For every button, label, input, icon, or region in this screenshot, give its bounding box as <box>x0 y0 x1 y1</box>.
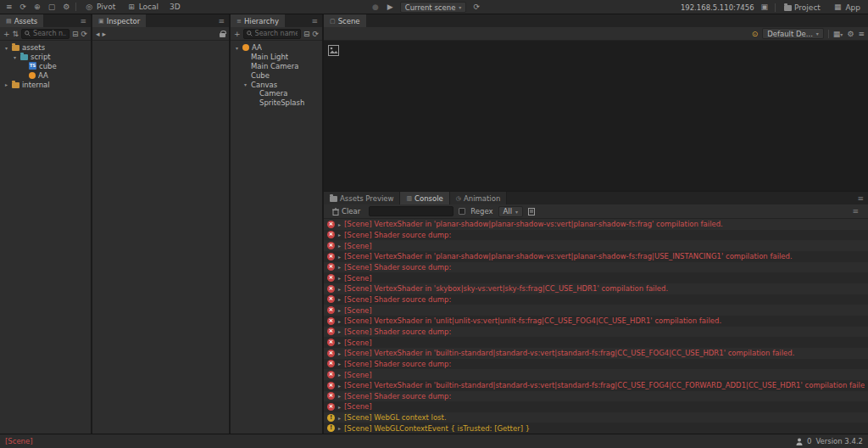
console-row-error[interactable]: ×▸[Scene] <box>324 369 868 380</box>
assets-search-input[interactable] <box>33 30 66 37</box>
console-row-warning[interactable]: !▸[Scene] WebGLContextEvent { isTrusted:… <box>324 423 868 434</box>
tab-animation[interactable]: ◷ Animation <box>450 192 507 204</box>
tab-assets[interactable]: ▤ Assets <box>0 14 43 27</box>
console-row-error[interactable]: ×▸[Scene] Shader source dump: <box>324 230 868 241</box>
sort-icon[interactable]: ⇅ <box>13 30 19 38</box>
grid-options-icon[interactable]: ▦▾ <box>833 30 843 38</box>
console-row-error[interactable]: ×▸[Scene] Shader source dump: <box>324 391 868 402</box>
expand-row-icon[interactable]: ▸ <box>338 318 341 324</box>
scene-settings-icon[interactable]: ⚙ <box>847 30 854 38</box>
asset-item-cube[interactable]: TScube <box>0 62 91 71</box>
console-row-error[interactable]: ×▸[Scene] Shader source dump: <box>324 327 868 338</box>
asset-item-aa[interactable]: AA <box>0 70 91 80</box>
scene-menu-icon[interactable]: ≡ <box>858 30 865 38</box>
asset-item-assets[interactable]: ▾assets <box>0 43 91 53</box>
panel-menu-icon[interactable]: ≡ <box>214 17 229 25</box>
console-row-error[interactable]: ×▸[Scene] <box>324 337 868 348</box>
collapse-all-icon[interactable]: ⊟ <box>303 30 310 38</box>
expand-row-icon[interactable]: ▸ <box>338 264 341 270</box>
hierarchy-node-main-light[interactable]: Main Light <box>231 53 322 62</box>
tree-expand-icon[interactable]: ▾ <box>242 81 248 87</box>
console-menu-icon[interactable]: ≡ <box>848 207 863 216</box>
hierarchy-node-camera[interactable]: Camera <box>231 89 322 98</box>
project-button[interactable]: Project <box>781 2 824 14</box>
console-row-error[interactable]: ×▸[Scene] <box>324 272 868 283</box>
tree-expand-icon[interactable]: ▸ <box>3 81 9 87</box>
hierarchy-node-cube[interactable]: Cube <box>231 70 322 80</box>
expand-row-icon[interactable]: ▸ <box>338 372 341 378</box>
hierarchy-search-input[interactable] <box>255 30 298 37</box>
panel-menu-icon[interactable]: ≡ <box>307 17 322 25</box>
refresh-icon[interactable]: ⟳ <box>19 1 29 14</box>
asset-item-script[interactable]: ▾script <box>0 53 91 62</box>
rect-tool-icon[interactable]: ▢ <box>47 1 58 14</box>
gear-icon[interactable]: ⚙ <box>61 1 71 14</box>
transform-tool-icon[interactable]: ⊕ <box>32 1 42 14</box>
tree-expand-icon[interactable]: ▾ <box>3 45 9 51</box>
console-row-error[interactable]: ×▸[Scene] <box>324 401 868 412</box>
console-row-error[interactable]: ×▸[Scene] VertexShader in 'skybox|sky-vs… <box>324 283 868 294</box>
tab-inspector[interactable]: ▣ Inspector <box>92 14 146 27</box>
mode-3d-button[interactable]: 3D <box>166 1 184 13</box>
expand-row-icon[interactable]: ▸ <box>338 307 341 313</box>
tab-assets-preview[interactable]: Assets Preview <box>324 192 400 204</box>
asset-item-internal[interactable]: ▸internal <box>0 80 91 89</box>
expand-row-icon[interactable]: ▸ <box>338 254 341 260</box>
pivot-button[interactable]: ◎ Pivot <box>81 1 119 13</box>
expand-row-icon[interactable]: ▸ <box>338 361 341 367</box>
expand-row-icon[interactable]: ▸ <box>338 328 341 334</box>
assets-search[interactable] <box>21 29 70 39</box>
console-row-error[interactable]: ×▸[Scene] Shader source dump: <box>324 359 868 370</box>
forward-icon[interactable]: ▸ <box>103 30 107 38</box>
expand-row-icon[interactable]: ▸ <box>338 393 341 399</box>
tree-expand-icon[interactable]: ▾ <box>12 54 18 60</box>
expand-row-icon[interactable]: ▸ <box>338 296 341 302</box>
export-log-icon[interactable] <box>528 208 535 216</box>
tab-console[interactable]: ▥ Console <box>400 192 449 204</box>
console-filter-input[interactable] <box>369 206 453 216</box>
console-row-error[interactable]: ×▸[Scene] VertexShader in 'builtin-stand… <box>324 380 868 391</box>
console-row-warning[interactable]: !▸[Scene] WebGL context lost. <box>324 412 868 423</box>
layout-menu-icon[interactable]: ≡ <box>4 1 14 14</box>
expand-row-icon[interactable]: ▸ <box>338 221 341 227</box>
hierarchy-node-canvas[interactable]: ▾Canvas <box>231 80 322 89</box>
log-level-select[interactable]: All ▾ <box>498 206 524 217</box>
expand-row-icon[interactable]: ▸ <box>338 286 341 292</box>
scene-viewport[interactable] <box>324 41 868 191</box>
expand-row-icon[interactable]: ▸ <box>338 243 341 249</box>
expand-row-icon[interactable]: ▸ <box>338 339 341 345</box>
console-row-error[interactable]: ×▸[Scene] Shader source dump: <box>324 294 868 305</box>
console-row-error[interactable]: ×▸[Scene] VertexShader in 'planar-shadow… <box>324 219 868 230</box>
expand-row-icon[interactable]: ▸ <box>338 383 341 389</box>
lock-icon[interactable] <box>220 33 225 37</box>
console-row-error[interactable]: ×▸[Scene] <box>324 240 868 251</box>
scene-camera-select[interactable]: Default De... ▾ <box>762 28 824 39</box>
regex-checkbox[interactable] <box>459 208 465 215</box>
expand-row-icon[interactable]: ▸ <box>338 350 341 356</box>
user-icon[interactable] <box>796 438 803 445</box>
expand-row-icon[interactable]: ▸ <box>338 232 341 238</box>
console-row-error[interactable]: ×▸[Scene] VertexShader in 'unlit|unlit-v… <box>324 316 868 327</box>
hierarchy-node-main-camera[interactable]: Main Camera <box>231 62 322 71</box>
hierarchy-node-aa[interactable]: ▾AA <box>231 43 322 53</box>
console-row-error[interactable]: ×▸[Scene] Shader source dump: <box>324 262 868 273</box>
reload-scene-icon[interactable]: ⟳ <box>471 1 481 14</box>
hierarchy-node-spritesplash[interactable]: SpriteSplash <box>231 98 322 108</box>
copy-icon[interactable]: ▣ <box>760 1 771 14</box>
expand-row-icon[interactable]: ▸ <box>338 275 341 281</box>
expand-row-icon[interactable]: ▸ <box>338 415 341 421</box>
panel-menu-icon[interactable]: ≡ <box>75 17 91 25</box>
tree-expand-icon[interactable]: ▾ <box>234 45 240 51</box>
light-toggle-icon[interactable]: ⊙ <box>752 30 759 38</box>
tab-hierarchy[interactable]: ≡ Hierarchy <box>231 14 285 27</box>
device-icon[interactable]: ● <box>370 1 381 14</box>
play-button[interactable]: ▶ <box>386 1 395 14</box>
hierarchy-search[interactable] <box>243 29 301 39</box>
scene-select[interactable]: Current scene ▾ <box>400 2 467 13</box>
clear-button[interactable]: Clear <box>329 205 364 217</box>
collapse-all-icon[interactable]: ⊟ <box>72 30 79 38</box>
console-row-error[interactable]: ×▸[Scene] VertexShader in 'builtin-stand… <box>324 348 868 359</box>
expand-row-icon[interactable]: ▸ <box>338 425 341 431</box>
expand-row-icon[interactable]: ▸ <box>338 404 341 410</box>
app-button[interactable]: ▦ App <box>829 2 864 14</box>
